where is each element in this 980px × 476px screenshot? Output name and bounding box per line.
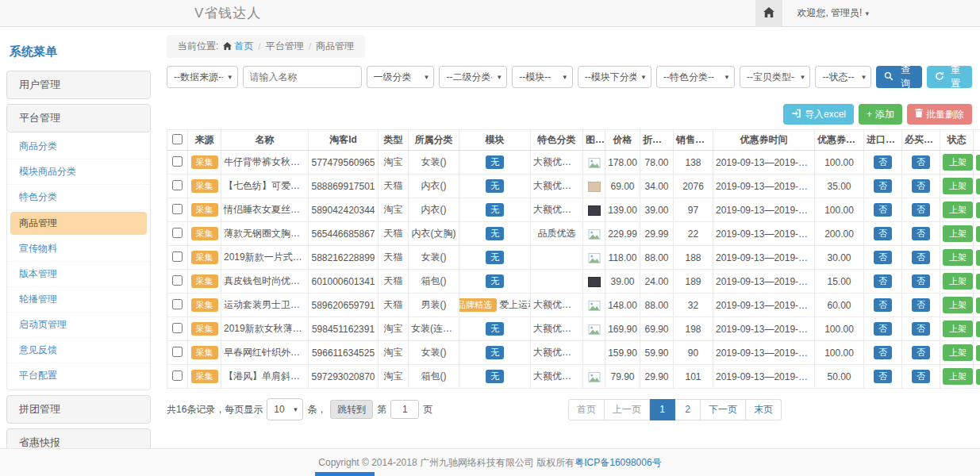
import-excel-button[interactable]: 导入excel: [783, 104, 854, 125]
name-search-input[interactable]: [243, 66, 362, 88]
status-button[interactable]: 上架: [943, 202, 973, 218]
home-button[interactable]: [755, 0, 782, 26]
must-buy-toggle[interactable]: 否: [912, 346, 930, 359]
sidebar-group[interactable]: 平台管理: [6, 104, 151, 132]
import-select-toggle[interactable]: 否: [874, 251, 892, 264]
sidebar-subitem[interactable]: 商品管理: [10, 212, 147, 235]
user-menu[interactable]: 欢迎您, 管理员! ▾: [782, 6, 980, 20]
module-badge[interactable]: 无: [486, 274, 504, 288]
filter-select[interactable]: --数据来源--: [167, 66, 238, 88]
filter-select[interactable]: --模块--: [512, 66, 573, 88]
must-buy-toggle[interactable]: 否: [912, 274, 930, 288]
import-select-toggle[interactable]: 否: [874, 274, 892, 288]
import-select-toggle[interactable]: 否: [874, 203, 892, 217]
status-button[interactable]: 上架: [943, 249, 973, 266]
sidebar-subitem[interactable]: 宣传物料: [7, 236, 150, 262]
status-button[interactable]: 上架: [943, 368, 973, 385]
edit-button[interactable]: [976, 202, 980, 218]
row-checkbox[interactable]: [172, 347, 183, 357]
must-buy-toggle[interactable]: 否: [912, 227, 930, 240]
edit-button[interactable]: [976, 226, 980, 242]
module-badge[interactable]: 无: [486, 370, 504, 383]
sidebar-subitem[interactable]: 启动页管理: [7, 313, 150, 338]
status-button[interactable]: 上架: [943, 321, 973, 337]
sidebar-subitem[interactable]: 特色分类: [7, 185, 150, 210]
row-checkbox[interactable]: [172, 251, 183, 262]
pager-item[interactable]: 上一页: [605, 399, 650, 420]
must-buy-toggle[interactable]: 否: [912, 322, 930, 336]
status-button[interactable]: 上架: [943, 154, 973, 171]
row-checkbox[interactable]: [172, 275, 183, 286]
add-button[interactable]: + 添加: [859, 104, 902, 125]
search-button[interactable]: 查询: [876, 66, 921, 88]
sidebar-subitem[interactable]: 平台配置: [7, 363, 150, 388]
filter-select[interactable]: --二级分类--: [439, 66, 507, 88]
pager-item[interactable]: 下一页: [701, 399, 746, 420]
edit-button[interactable]: [976, 321, 980, 337]
import-select-toggle[interactable]: 否: [874, 155, 892, 169]
module-badge[interactable]: 无: [486, 227, 504, 240]
row-checkbox[interactable]: [172, 204, 183, 214]
must-buy-toggle[interactable]: 否: [912, 179, 930, 193]
filter-select[interactable]: --模块下分类--: [578, 66, 651, 88]
module-badge[interactable]: 无: [486, 251, 504, 264]
import-select-toggle[interactable]: 否: [874, 179, 892, 193]
must-buy-toggle[interactable]: 否: [912, 251, 930, 264]
filter-select[interactable]: --特色分类--: [656, 66, 735, 88]
row-checkbox[interactable]: [172, 228, 183, 238]
edit-button[interactable]: [976, 298, 980, 313]
status-button[interactable]: 上架: [943, 273, 973, 290]
sidebar-subitem[interactable]: 版本管理: [7, 262, 150, 287]
row-checkbox[interactable]: [172, 180, 183, 190]
sidebar-group[interactable]: 用户管理: [6, 71, 151, 99]
icp-link[interactable]: 粤ICP备16098006号: [575, 456, 661, 470]
edit-button[interactable]: [976, 155, 980, 171]
pager-item[interactable]: 末页: [746, 399, 782, 420]
import-select-toggle[interactable]: 否: [874, 298, 892, 312]
edit-button[interactable]: [976, 178, 980, 194]
status-button[interactable]: 上架: [943, 344, 973, 361]
sidebar-subitem[interactable]: 商品分类: [7, 134, 150, 159]
jump-button[interactable]: 跳转到: [330, 400, 373, 419]
row-checkbox[interactable]: [172, 299, 183, 309]
breadcrumb-home-link[interactable]: 首页: [223, 40, 253, 53]
module-badge[interactable]: 无: [486, 155, 504, 169]
filter-select[interactable]: 一级分类: [367, 66, 435, 88]
per-page-select[interactable]: 10: [267, 398, 303, 420]
import-select-toggle[interactable]: 否: [874, 227, 892, 240]
status-button[interactable]: 上架: [943, 297, 973, 313]
reset-button[interactable]: 重置: [927, 66, 972, 88]
module-badge[interactable]: 无: [486, 322, 504, 336]
sidebar-subitem[interactable]: 意见反馈: [7, 338, 150, 363]
module-badge[interactable]: 无: [486, 346, 504, 359]
import-select-toggle[interactable]: 否: [874, 346, 892, 359]
import-select-toggle[interactable]: 否: [874, 370, 892, 383]
bulk-delete-button[interactable]: 批量删除: [907, 104, 972, 125]
import-select-toggle[interactable]: 否: [874, 322, 892, 336]
must-buy-toggle[interactable]: 否: [912, 370, 930, 383]
pager-item[interactable]: 首页: [568, 399, 605, 420]
must-buy-toggle[interactable]: 否: [912, 298, 930, 312]
module-badge[interactable]: 无: [486, 179, 504, 193]
pager-item[interactable]: 1: [650, 399, 675, 420]
row-checkbox[interactable]: [172, 370, 183, 381]
module-badge[interactable]: 无: [486, 203, 504, 217]
edit-button[interactable]: [976, 369, 980, 385]
must-buy-toggle[interactable]: 否: [912, 155, 930, 169]
row-checkbox[interactable]: [172, 156, 183, 167]
page-number-input[interactable]: [390, 400, 419, 419]
sidebar-subitem[interactable]: 轮播管理: [7, 287, 150, 313]
edit-button[interactable]: [976, 250, 980, 266]
status-button[interactable]: 上架: [943, 225, 973, 242]
sidebar-group[interactable]: 拼团管理: [6, 395, 151, 424]
module-badge[interactable]: 品牌精选: [459, 298, 498, 312]
edit-button[interactable]: [976, 274, 980, 290]
select-all-checkbox[interactable]: [172, 134, 183, 144]
filter-select[interactable]: --宝贝类型--: [740, 66, 811, 88]
sidebar-subitem[interactable]: 模块商品分类: [7, 159, 150, 185]
status-button[interactable]: 上架: [943, 178, 973, 194]
row-checkbox[interactable]: [172, 323, 183, 333]
filter-select[interactable]: --状态--: [815, 66, 871, 88]
must-buy-toggle[interactable]: 否: [912, 203, 930, 217]
edit-button[interactable]: [976, 345, 980, 361]
